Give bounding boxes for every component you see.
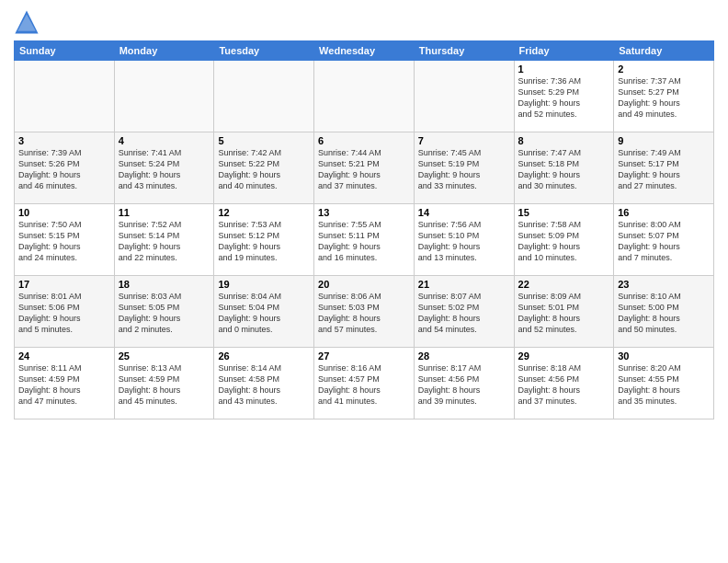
day-number: 6 — [318, 135, 410, 146]
table-row: 15Sunrise: 7:58 AM Sunset: 5:09 PM Dayli… — [514, 204, 614, 276]
day-info: Sunrise: 7:47 AM Sunset: 5:18 PM Dayligh… — [518, 147, 610, 192]
day-info: Sunrise: 7:58 AM Sunset: 5:09 PM Dayligh… — [518, 219, 610, 264]
table-row — [214, 61, 314, 132]
day-info: Sunrise: 7:36 AM Sunset: 5:29 PM Dayligh… — [518, 75, 610, 121]
calendar-week-row: 17Sunrise: 8:01 AM Sunset: 5:06 PM Dayli… — [15, 276, 714, 348]
page-header — [14, 9, 714, 35]
day-number: 27 — [318, 350, 410, 362]
table-row: 7Sunrise: 7:45 AM Sunset: 5:19 PM Daylig… — [414, 132, 514, 204]
day-info: Sunrise: 8:20 AM Sunset: 4:55 PM Dayligh… — [618, 362, 710, 408]
col-friday: Friday — [514, 41, 614, 61]
day-number: 14 — [418, 207, 510, 218]
table-row: 11Sunrise: 7:52 AM Sunset: 5:14 PM Dayli… — [114, 204, 214, 276]
day-number: 3 — [18, 135, 110, 146]
table-row: 3Sunrise: 7:39 AM Sunset: 5:26 PM Daylig… — [15, 132, 115, 204]
table-row: 28Sunrise: 8:17 AM Sunset: 4:56 PM Dayli… — [414, 348, 514, 419]
day-info: Sunrise: 7:37 AM Sunset: 5:27 PM Dayligh… — [618, 75, 710, 121]
day-number: 28 — [418, 350, 510, 362]
day-number: 15 — [518, 207, 610, 218]
table-row: 16Sunrise: 8:00 AM Sunset: 5:07 PM Dayli… — [614, 204, 714, 276]
day-info: Sunrise: 7:56 AM Sunset: 5:10 PM Dayligh… — [418, 219, 510, 264]
day-info: Sunrise: 8:18 AM Sunset: 4:56 PM Dayligh… — [518, 362, 610, 408]
day-info: Sunrise: 8:07 AM Sunset: 5:02 PM Dayligh… — [418, 291, 510, 336]
table-row — [15, 61, 115, 132]
day-number: 19 — [218, 279, 310, 290]
day-number: 12 — [218, 207, 310, 218]
day-info: Sunrise: 7:55 AM Sunset: 5:11 PM Dayligh… — [318, 219, 410, 264]
calendar-week-row: 10Sunrise: 7:50 AM Sunset: 5:15 PM Dayli… — [15, 204, 714, 276]
col-thursday: Thursday — [414, 41, 514, 61]
table-row: 1Sunrise: 7:36 AM Sunset: 5:29 PM Daylig… — [514, 61, 614, 132]
day-number: 18 — [119, 279, 210, 290]
day-info: Sunrise: 7:53 AM Sunset: 5:12 PM Dayligh… — [218, 219, 310, 264]
day-number: 22 — [518, 279, 610, 290]
day-number: 5 — [218, 135, 310, 146]
table-row: 13Sunrise: 7:55 AM Sunset: 5:11 PM Dayli… — [314, 204, 415, 276]
table-row: 2Sunrise: 7:37 AM Sunset: 5:27 PM Daylig… — [614, 61, 714, 132]
col-monday: Monday — [114, 41, 214, 61]
day-number: 17 — [18, 279, 110, 290]
day-number: 13 — [318, 207, 410, 218]
table-row: 17Sunrise: 8:01 AM Sunset: 5:06 PM Dayli… — [15, 276, 115, 348]
day-info: Sunrise: 7:50 AM Sunset: 5:15 PM Dayligh… — [18, 219, 110, 264]
day-info: Sunrise: 8:01 AM Sunset: 5:06 PM Dayligh… — [18, 291, 110, 336]
day-number: 7 — [418, 135, 510, 146]
day-info: Sunrise: 8:17 AM Sunset: 4:56 PM Dayligh… — [418, 362, 510, 408]
table-row: 20Sunrise: 8:06 AM Sunset: 5:03 PM Dayli… — [314, 276, 415, 348]
day-number: 25 — [119, 350, 210, 362]
day-info: Sunrise: 8:00 AM Sunset: 5:07 PM Dayligh… — [618, 219, 710, 264]
day-info: Sunrise: 8:13 AM Sunset: 4:59 PM Dayligh… — [119, 362, 210, 408]
day-number: 11 — [119, 207, 210, 218]
table-row: 21Sunrise: 8:07 AM Sunset: 5:02 PM Dayli… — [414, 276, 514, 348]
table-row: 6Sunrise: 7:44 AM Sunset: 5:21 PM Daylig… — [314, 132, 415, 204]
day-number: 2 — [618, 63, 710, 75]
col-sunday: Sunday — [15, 41, 115, 61]
day-info: Sunrise: 7:44 AM Sunset: 5:21 PM Dayligh… — [318, 147, 410, 192]
table-row — [414, 61, 514, 132]
table-row: 8Sunrise: 7:47 AM Sunset: 5:18 PM Daylig… — [514, 132, 614, 204]
calendar-week-row: 1Sunrise: 7:36 AM Sunset: 5:29 PM Daylig… — [15, 61, 714, 132]
col-saturday: Saturday — [614, 41, 714, 61]
day-info: Sunrise: 8:09 AM Sunset: 5:01 PM Dayligh… — [518, 291, 610, 336]
day-info: Sunrise: 8:04 AM Sunset: 5:04 PM Dayligh… — [218, 291, 310, 336]
col-tuesday: Tuesday — [214, 41, 314, 61]
day-number: 10 — [18, 207, 110, 218]
day-info: Sunrise: 8:03 AM Sunset: 5:05 PM Dayligh… — [119, 291, 210, 336]
table-row: 24Sunrise: 8:11 AM Sunset: 4:59 PM Dayli… — [15, 348, 115, 419]
day-number: 30 — [618, 350, 710, 362]
calendar-table: Sunday Monday Tuesday Wednesday Thursday… — [14, 40, 714, 419]
day-number: 23 — [618, 279, 710, 290]
day-info: Sunrise: 7:49 AM Sunset: 5:17 PM Dayligh… — [618, 147, 710, 192]
calendar-week-row: 3Sunrise: 7:39 AM Sunset: 5:26 PM Daylig… — [15, 132, 714, 204]
logo — [14, 9, 43, 35]
table-row: 25Sunrise: 8:13 AM Sunset: 4:59 PM Dayli… — [114, 348, 214, 419]
day-number: 16 — [618, 207, 710, 218]
day-info: Sunrise: 7:52 AM Sunset: 5:14 PM Dayligh… — [119, 219, 210, 264]
table-row: 14Sunrise: 7:56 AM Sunset: 5:10 PM Dayli… — [414, 204, 514, 276]
day-number: 8 — [518, 135, 610, 146]
svg-marker-1 — [17, 15, 36, 31]
day-number: 29 — [518, 350, 610, 362]
day-info: Sunrise: 8:10 AM Sunset: 5:00 PM Dayligh… — [618, 291, 710, 336]
table-row: 18Sunrise: 8:03 AM Sunset: 5:05 PM Dayli… — [114, 276, 214, 348]
table-row: 10Sunrise: 7:50 AM Sunset: 5:15 PM Dayli… — [15, 204, 115, 276]
day-number: 1 — [518, 63, 610, 75]
table-row: 9Sunrise: 7:49 AM Sunset: 5:17 PM Daylig… — [614, 132, 714, 204]
day-info: Sunrise: 7:42 AM Sunset: 5:22 PM Dayligh… — [218, 147, 310, 192]
day-info: Sunrise: 7:45 AM Sunset: 5:19 PM Dayligh… — [418, 147, 510, 192]
col-wednesday: Wednesday — [314, 41, 415, 61]
table-row: 12Sunrise: 7:53 AM Sunset: 5:12 PM Dayli… — [214, 204, 314, 276]
table-row: 30Sunrise: 8:20 AM Sunset: 4:55 PM Dayli… — [614, 348, 714, 419]
day-number: 4 — [119, 135, 210, 146]
table-row: 23Sunrise: 8:10 AM Sunset: 5:00 PM Dayli… — [614, 276, 714, 348]
day-info: Sunrise: 8:06 AM Sunset: 5:03 PM Dayligh… — [318, 291, 410, 336]
day-info: Sunrise: 8:14 AM Sunset: 4:58 PM Dayligh… — [218, 362, 310, 408]
day-number: 26 — [218, 350, 310, 362]
table-row: 26Sunrise: 8:14 AM Sunset: 4:58 PM Dayli… — [214, 348, 314, 419]
logo-icon — [14, 9, 40, 35]
table-row — [114, 61, 214, 132]
day-number: 9 — [618, 135, 710, 146]
day-info: Sunrise: 8:16 AM Sunset: 4:57 PM Dayligh… — [318, 362, 410, 408]
day-info: Sunrise: 8:11 AM Sunset: 4:59 PM Dayligh… — [18, 362, 110, 408]
calendar-header-row: Sunday Monday Tuesday Wednesday Thursday… — [15, 41, 714, 61]
